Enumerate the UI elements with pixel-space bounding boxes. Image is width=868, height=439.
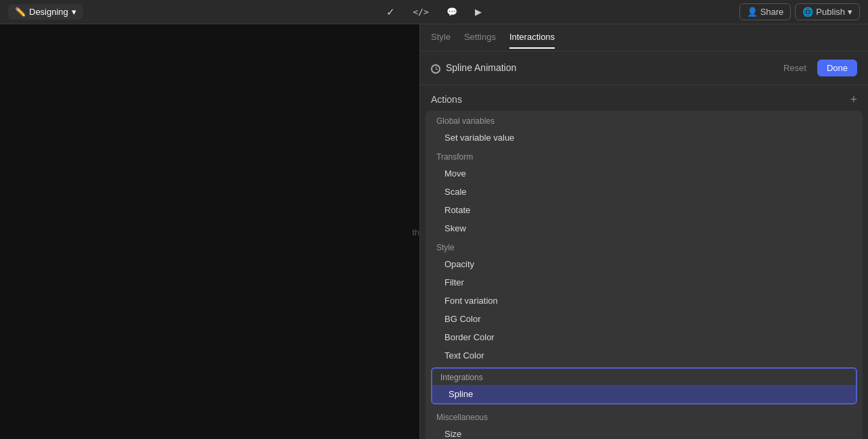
play-button[interactable]: ▶	[468, 4, 488, 20]
spline-animation-label: Spline Animation	[446, 62, 516, 73]
canvas-hint: th	[412, 227, 419, 237]
miscellaneous-label: Miscellaneous	[426, 407, 863, 425]
menu-item-set-variable-value[interactable]: Set variable value	[426, 129, 863, 147]
code-button[interactable]: </>	[406, 4, 435, 20]
check-icon: ✓	[386, 6, 395, 18]
menu-item-text-color[interactable]: Text Color	[426, 346, 863, 365]
menu-item-size[interactable]: Size	[426, 425, 863, 439]
canvas-area[interactable]: th	[0, 24, 419, 439]
topbar-left: ✏️ Designing ▾	[8, 4, 83, 20]
done-button[interactable]: Done	[817, 60, 857, 76]
actions-section: Actions +	[420, 85, 868, 111]
comment-icon: 💬	[447, 7, 457, 17]
menu-item-opacity[interactable]: Opacity	[426, 255, 863, 273]
reset-button[interactable]: Reset	[778, 60, 812, 76]
spline-animation-actions: Reset Done	[778, 60, 857, 76]
pencil-icon: ✏️	[15, 7, 26, 17]
chevron-down-icon: ▾	[72, 7, 76, 17]
menu-item-scale[interactable]: Scale	[426, 183, 863, 201]
designing-label: Designing	[29, 7, 68, 17]
publish-button[interactable]: 🌐 Publish ▾	[795, 3, 860, 20]
person-icon: 👤	[747, 7, 758, 17]
section-integrations-highlighted: Integrations Spline	[431, 367, 857, 405]
style-label: Style	[426, 237, 863, 255]
clock-icon-spline	[431, 62, 440, 73]
panel-tabs: Style Settings Interactions	[420, 24, 868, 51]
section-miscellaneous: Miscellaneous Size Hide/Show	[426, 407, 863, 439]
menu-item-border-color[interactable]: Border Color	[426, 328, 863, 346]
publish-label: Publish	[816, 7, 845, 17]
tab-interactions[interactable]: Interactions	[509, 26, 555, 49]
spline-animation-header: Spline Animation Reset Done	[420, 51, 868, 85]
designing-button[interactable]: ✏️ Designing ▾	[8, 4, 83, 20]
globe-icon: 🌐	[802, 7, 813, 17]
menu-item-rotate[interactable]: Rotate	[426, 201, 863, 219]
section-transform: Transform Move Scale Rotate Skew	[426, 147, 863, 237]
global-variables-label: Global variables	[426, 111, 863, 129]
add-action-button[interactable]: +	[850, 93, 857, 106]
actions-label: Actions	[431, 94, 462, 105]
play-icon: ▶	[475, 7, 482, 17]
topbar-right: 👤 Share 🌐 Publish ▾	[739, 3, 860, 20]
tab-settings[interactable]: Settings	[464, 26, 496, 49]
menu-item-skew[interactable]: Skew	[426, 219, 863, 237]
code-icon: </>	[413, 7, 428, 17]
spline-animation-title: Spline Animation	[431, 62, 516, 73]
menu-item-spline[interactable]: Spline	[432, 385, 856, 403]
transform-label: Transform	[426, 147, 863, 164]
menu-item-font-variation[interactable]: Font variation	[426, 292, 863, 310]
section-style: Style Opacity Filter Font variation BG C…	[426, 237, 863, 365]
share-label: Share	[760, 7, 784, 17]
menu-item-filter[interactable]: Filter	[426, 273, 863, 292]
menu-item-bg-color[interactable]: BG Color	[426, 310, 863, 328]
menu-item-move[interactable]: Move	[426, 164, 863, 183]
share-button[interactable]: 👤 Share	[739, 3, 792, 20]
integrations-label: Integrations	[432, 369, 856, 385]
check-button[interactable]: ✓	[380, 3, 402, 21]
topbar-center: ✓ </> 💬 ▶	[380, 3, 488, 21]
section-global-variables: Global variables Set variable value	[426, 111, 863, 147]
publish-chevron-icon: ▾	[848, 7, 852, 17]
topbar: ✏️ Designing ▾ ✓ </> 💬 ▶ 👤 Share 🌐 Publi…	[0, 0, 868, 24]
right-panel: Style Settings Interactions Spline Anima…	[419, 24, 868, 439]
actions-dropdown-menu: Global variables Set variable value Tran…	[426, 111, 863, 439]
comment-button[interactable]: 💬	[440, 4, 464, 20]
tab-style[interactable]: Style	[431, 26, 451, 49]
